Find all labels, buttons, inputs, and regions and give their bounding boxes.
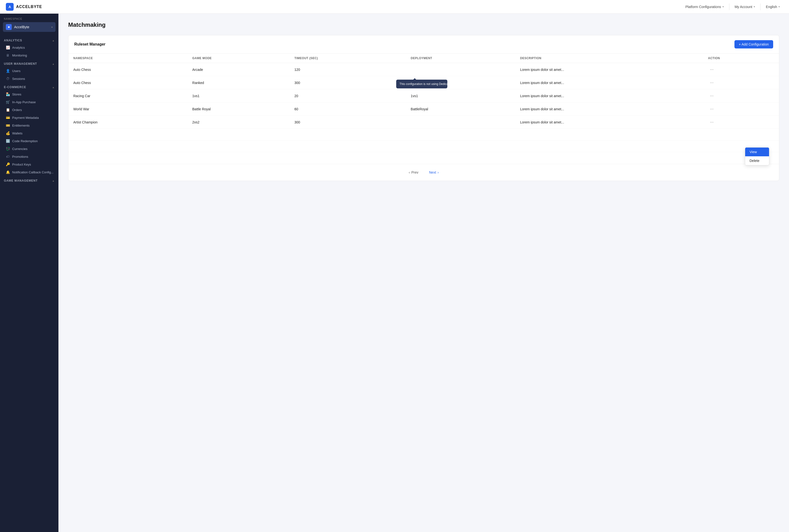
language-chevron-icon: ▾: [778, 5, 780, 8]
section-analytics-chevron-icon: ▲: [52, 39, 55, 42]
game-mode-cell: Ranked: [188, 76, 289, 89]
namespace-label: NAMESPACE: [0, 14, 58, 22]
sidebar-item-payment-metadata[interactable]: 💳 Payment Metadata: [0, 114, 58, 121]
game-mode-cell: 2vs2: [188, 116, 289, 129]
section-ecommerce[interactable]: E-Commerce ▲: [0, 82, 58, 90]
table-row: Auto Chess Arcade 120 This configuration…: [69, 63, 779, 76]
sidebar-item-sessions[interactable]: ⏱ Sessions: [0, 75, 58, 82]
wallets-icon: 💰: [6, 131, 10, 135]
col-deployment: Deployment: [406, 54, 515, 63]
payment-metadata-icon: 💳: [6, 116, 10, 119]
sidebar-item-in-app-purchase[interactable]: 🛒 In-App Purchase: [0, 98, 58, 106]
col-namespace: Namespace: [69, 54, 188, 63]
sidebar-item-promotions[interactable]: 🏷 Promotions: [0, 153, 58, 160]
sidebar-item-users[interactable]: 👤 Users: [0, 67, 58, 75]
sidebar-item-currencies[interactable]: 💱 Currencies: [0, 145, 58, 153]
nav-divider: [729, 3, 729, 10]
main-content: Matchmaking Ruleset Manager + Add Config…: [58, 14, 789, 532]
table-row: Auto Chess Ranked 300 - Lorem ipsum dolo…: [69, 76, 779, 89]
deployment-cell: [406, 116, 515, 129]
namespace-cell: Auto Chess: [69, 76, 188, 89]
empty-row: [69, 129, 779, 140]
game-mode-cell: Arcade: [188, 63, 289, 76]
sidebar-item-notification-callback[interactable]: 🔔 Notification Callback Config...: [0, 168, 58, 176]
col-game-mode: Game Mode: [188, 54, 289, 63]
table-row: Racing Car 1vs1 20 1vs1 Lorem ipsum dolo…: [69, 89, 779, 102]
promotions-icon: 🏷: [6, 155, 10, 158]
namespace-cell: Artist Champion: [69, 116, 188, 129]
pagination: ‹ Prev Next ›: [69, 164, 779, 180]
row-action-button[interactable]: ···: [708, 93, 715, 99]
section-game-chevron-icon: ▲: [52, 179, 55, 182]
row-action-button[interactable]: ···: [708, 119, 715, 125]
timeout-cell: 20: [289, 89, 406, 102]
sidebar-item-stores[interactable]: 🏪 Stores: [0, 90, 58, 98]
namespace-name: AccelByte: [14, 25, 49, 29]
my-account-menu[interactable]: My Account ▾: [731, 3, 758, 10]
table-row: World War Battle Royal 60 BattleRoyal Lo…: [69, 102, 779, 116]
context-menu-delete[interactable]: Delete: [745, 156, 769, 165]
context-menu: View Delete: [745, 147, 769, 165]
namespace-cell: Racing Car: [69, 89, 188, 102]
platform-config-menu[interactable]: Platform Configurations ▾: [682, 3, 727, 10]
namespace-cell: Auto Chess: [69, 63, 188, 76]
namespace-selector[interactable]: ■ AccelByte ▾: [3, 22, 56, 32]
action-cell: ···: [703, 116, 779, 129]
next-button[interactable]: Next ›: [426, 169, 442, 176]
description-cell: Lorem ipsum dolor sit amet...: [515, 76, 703, 89]
table-wrap: Namespace Game Mode Timeout (Sec) Deploy…: [69, 54, 779, 164]
row-action-button[interactable]: ···: [708, 66, 715, 73]
users-icon: 👤: [6, 69, 10, 73]
sidebar-item-wallets[interactable]: 💰 Wallets: [0, 129, 58, 137]
deployment-cell: 1vs1: [406, 89, 515, 102]
logo-icon: A: [6, 3, 14, 11]
card-header: Ruleset Manager + Add Configuration: [69, 35, 779, 54]
layout: NAMESPACE ■ AccelByte ▾ Analytics ▲ 📈 An…: [0, 14, 789, 532]
my-account-chevron-icon: ▾: [754, 5, 755, 8]
monitoring-icon: 🖥: [6, 53, 10, 57]
prev-chevron-icon: ‹: [409, 170, 410, 174]
description-cell: Lorem ipsum dolor sit amet...: [515, 116, 703, 129]
namespace-icon: ■: [6, 24, 12, 30]
notification-callback-icon: 🔔: [6, 170, 10, 174]
deployment-cell: This configuration is not using Dedicate…: [406, 63, 515, 76]
sessions-icon: ⏱: [6, 77, 10, 81]
sidebar-item-monitoring[interactable]: 🖥 Monitoring: [0, 51, 58, 59]
row-action-button[interactable]: ···: [708, 80, 715, 86]
sidebar-item-code-redemption[interactable]: 🔣 Code Redemption: [0, 137, 58, 145]
sidebar-item-entitlements[interactable]: 🎫 Entitlements: [0, 121, 58, 129]
sidebar-item-orders[interactable]: 📋 Orders: [0, 106, 58, 114]
top-nav-right: Platform Configurations ▾ My Account ▾ E…: [682, 3, 783, 10]
description-cell: Lorem ipsum dolor sit amet...: [515, 63, 703, 76]
section-game-management[interactable]: Game Management ▲: [0, 176, 58, 184]
context-menu-view[interactable]: View: [745, 148, 769, 156]
prev-button[interactable]: ‹ Prev: [406, 169, 421, 176]
action-cell: ···: [703, 76, 779, 89]
top-nav: A ACCELBYTE Platform Configurations ▾ My…: [0, 0, 789, 14]
section-user-management[interactable]: User Management ▲: [0, 59, 58, 67]
timeout-cell: 120: [289, 63, 406, 76]
col-timeout: Timeout (Sec): [289, 54, 406, 63]
product-keys-icon: 🔑: [6, 163, 10, 166]
sidebar: NAMESPACE ■ AccelByte ▾ Analytics ▲ 📈 An…: [0, 14, 58, 532]
row-action-button[interactable]: ···: [708, 106, 715, 112]
orders-icon: 📋: [6, 108, 10, 112]
deployment-cell: -: [406, 76, 515, 89]
action-cell: ···: [703, 63, 779, 76]
language-menu[interactable]: English ▾: [763, 3, 783, 10]
sidebar-item-analytics[interactable]: 📈 Analytics: [0, 43, 58, 51]
sidebar-item-product-keys[interactable]: 🔑 Product Keys: [0, 160, 58, 168]
next-chevron-icon: ›: [438, 170, 439, 174]
section-analytics[interactable]: Analytics ▲: [0, 36, 58, 43]
timeout-cell: 300: [289, 116, 406, 129]
empty-row: [69, 152, 779, 164]
ruleset-card: Ruleset Manager + Add Configuration Name…: [68, 35, 779, 181]
description-cell: Lorem ipsum dolor sit amet...: [515, 102, 703, 116]
brand-name: ACCELBYTE: [16, 5, 42, 9]
page-title: Matchmaking: [68, 21, 779, 28]
empty-row: [69, 140, 779, 152]
add-configuration-button[interactable]: + Add Configuration: [734, 40, 773, 49]
platform-config-chevron-icon: ▾: [722, 5, 724, 8]
ruleset-table: Namespace Game Mode Timeout (Sec) Deploy…: [69, 54, 779, 164]
description-cell: Lorem ipsum dolor sit amet...: [515, 89, 703, 102]
